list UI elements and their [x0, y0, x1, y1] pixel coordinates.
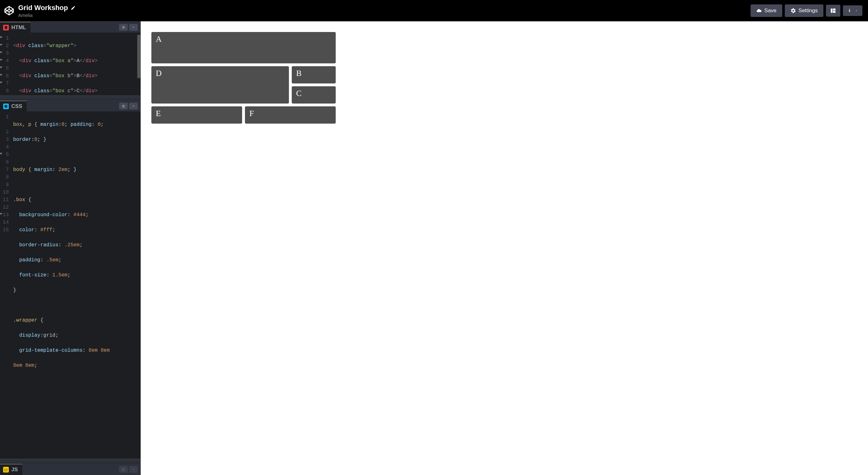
html-editor-header: HTML: [0, 21, 141, 33]
header-left: Grid Workshop Amelia: [4, 4, 76, 18]
css-lang-icon: ✱: [3, 104, 9, 109]
gear-icon: [790, 8, 796, 13]
html-settings-button[interactable]: [119, 24, 128, 31]
settings-button[interactable]: Settings: [785, 4, 824, 17]
preview-box-a: A: [151, 32, 336, 63]
preview-root: A D B C E F: [141, 21, 868, 134]
pin-button[interactable]: [843, 5, 862, 16]
resize-bar-2[interactable]: [0, 459, 141, 464]
preview-box-e: E: [151, 106, 242, 124]
js-tab-label: JS: [11, 467, 18, 473]
gear-icon: [122, 104, 125, 108]
preview-pane: A D B C E F: [141, 21, 868, 475]
pen-title-row: Grid Workshop: [18, 4, 76, 12]
svg-point-8: [123, 469, 124, 470]
svg-point-7: [123, 105, 124, 106]
css-chevron-button[interactable]: [129, 103, 138, 109]
css-gutter: 1 2 3 4 5 6 7 8 9 10 11 12 13 14 15: [0, 111, 11, 459]
preview-box-c: C: [292, 86, 336, 104]
html-code-area[interactable]: 1 2 3 4 5 6 7 8 <div class="wrapper"> <d…: [0, 33, 141, 95]
html-chevron-button[interactable]: [129, 24, 138, 31]
preview-wrapper: A D B C E F: [151, 32, 857, 124]
header-right: Save Settings: [750, 4, 862, 17]
pencil-icon[interactable]: [71, 5, 76, 10]
js-tab[interactable]: ( ) JS: [0, 464, 22, 475]
html-lang-icon: [3, 25, 9, 30]
layout-icon: [830, 8, 836, 13]
chevron-down-icon: [132, 25, 135, 29]
editors-column: HTML 1 2 3 4 5 6: [0, 21, 141, 475]
html-editor-actions: [119, 24, 141, 31]
main: HTML 1 2 3 4 5 6: [0, 21, 868, 475]
js-settings-button[interactable]: [119, 466, 128, 473]
gear-icon: [122, 25, 125, 29]
pen-author[interactable]: Amelia: [18, 12, 76, 18]
css-tab-label: CSS: [11, 103, 22, 109]
title-block: Grid Workshop Amelia: [18, 4, 76, 18]
chevron-down-icon: [855, 9, 858, 12]
js-lang-icon: ( ): [3, 467, 9, 473]
resize-bar-1[interactable]: [0, 96, 141, 100]
css-editor-header: ✱ CSS: [0, 100, 141, 111]
css-settings-button[interactable]: [119, 103, 128, 109]
layout-button[interactable]: [826, 5, 840, 16]
chevron-down-icon: [132, 104, 135, 108]
css-panel: ✱ CSS 1 2 3: [0, 100, 141, 459]
svg-rect-4: [833, 8, 835, 10]
codepen-logo[interactable]: [4, 5, 14, 16]
html-gutter: 1 2 3 4 5 6 7 8: [0, 33, 11, 95]
css-tab[interactable]: ✱ CSS: [0, 100, 27, 112]
js-chevron-button[interactable]: [129, 466, 138, 473]
html-tab[interactable]: HTML: [0, 22, 30, 33]
preview-box-f: F: [245, 106, 336, 124]
svg-rect-5: [833, 11, 835, 13]
js-editor-header: ( ) JS: [0, 464, 141, 475]
html-code-lines: <div class="wrapper"> <div class="box a"…: [11, 33, 101, 95]
preview-box-d: D: [151, 66, 289, 104]
css-editor-actions: [119, 103, 141, 109]
css-code-area[interactable]: 1 2 3 4 5 6 7 8 9 10 11 12 13 14 15: [0, 111, 141, 459]
cloud-icon: [756, 8, 762, 13]
svg-rect-3: [831, 8, 833, 13]
css-code-lines: box, p { margin:0; padding: 0; border:0;…: [11, 111, 113, 459]
html-panel: HTML 1 2 3 4 5 6: [0, 21, 141, 96]
save-button[interactable]: Save: [750, 4, 782, 17]
js-panel: ( ) JS: [0, 464, 141, 475]
codepen-icon: [4, 5, 14, 16]
chevron-down-icon: [132, 468, 135, 471]
gear-icon: [122, 468, 125, 471]
header: Grid Workshop Amelia Save Settings: [0, 0, 868, 21]
pen-title[interactable]: Grid Workshop: [18, 4, 68, 12]
js-editor-actions: [119, 466, 141, 473]
pin-icon: [847, 8, 852, 13]
preview-box-b: B: [292, 66, 336, 83]
html-scrollbar[interactable]: [137, 35, 141, 78]
html-tab-label: HTML: [11, 25, 26, 31]
svg-point-6: [123, 27, 124, 28]
